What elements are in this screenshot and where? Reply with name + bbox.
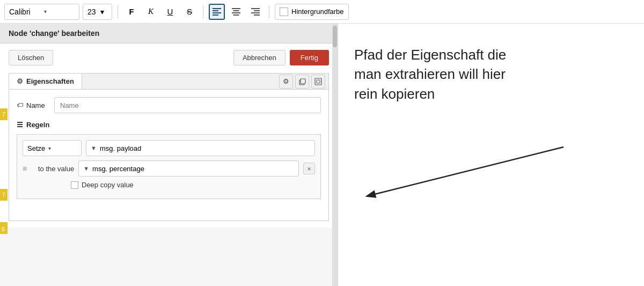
svg-rect-0: [213, 8, 221, 9]
side-marker-2: 7: [0, 189, 8, 201]
right-panel: Pfad der Eigenschaft die man extrahieren…: [338, 24, 644, 286]
expand-icon: [314, 78, 322, 85]
align-right-icon: [251, 8, 260, 16]
button-row: Löschen Abbrechen Fertig: [9, 50, 329, 65]
svg-rect-2: [213, 12, 221, 13]
svg-rect-15: [317, 80, 320, 83]
regeln-label-text: Regeln: [26, 121, 49, 129]
annotation-line1: Pfad der Eigenschaft die: [354, 45, 569, 64]
align-center-button[interactable]: [228, 4, 244, 20]
align-left-icon: [213, 8, 221, 16]
toolbar-separator-1: [118, 5, 118, 18]
svg-rect-7: [233, 14, 239, 16]
panel-header: Node 'change' bearbeiten: [0, 24, 338, 43]
toolbar-separator-2: [203, 5, 203, 18]
deep-copy-row: Deep copy value: [71, 181, 315, 189]
tab-eigenschaften[interactable]: ⚙ Eigenschaften: [9, 74, 82, 89]
msg-percentage-value: msg. percentage: [92, 165, 144, 173]
background-color-button[interactable]: Hintergrundfarbe: [275, 4, 349, 20]
svg-rect-13: [301, 79, 305, 84]
setze-value: Setze: [27, 144, 45, 152]
bottom-spacer: [17, 204, 321, 221]
underline-button[interactable]: U: [162, 4, 178, 20]
regeln-label: ☰ Regeln: [17, 121, 321, 129]
svg-line-16: [370, 147, 564, 195]
tabs-row: ⚙ Eigenschaften ⚙: [9, 73, 329, 89]
name-label: 🏷 Name: [17, 101, 49, 109]
rule-row-2: ≡ to the value ▼ msg. percentage ×: [23, 160, 315, 177]
rule-row-1: Setze ▾ ▼ msg. payload: [23, 140, 315, 156]
abbrechen-button[interactable]: Abbrechen: [233, 50, 286, 65]
tab-eigenschaften-label: Eigenschaften: [26, 77, 74, 85]
left-panel: 7 7 g. Node 'change' bearbeiten Löschen …: [0, 24, 338, 286]
svg-rect-10: [251, 12, 260, 13]
font-size-select[interactable]: 23 ▾: [83, 4, 112, 20]
properties-section: 🏷 Name ☰ Regeln Setze ▾: [9, 89, 329, 221]
msg-payload-arrow: ▼: [91, 145, 97, 151]
setze-chevron: ▾: [48, 145, 51, 151]
side-marker-3: g.: [0, 222, 8, 234]
tab-icon-gear[interactable]: ⚙: [279, 75, 293, 89]
background-color-swatch: [280, 8, 288, 16]
name-label-text: Name: [26, 101, 45, 109]
main-area: 7 7 g. Node 'change' bearbeiten Löschen …: [0, 24, 644, 286]
to-the-value-label: to the value: [31, 165, 74, 173]
svg-rect-5: [233, 10, 239, 11]
font-size-value: 23: [87, 8, 96, 16]
panel-title: Node 'change' bearbeiten: [9, 29, 99, 38]
svg-rect-11: [254, 14, 260, 16]
toolbar: Calibri ▾ 23 ▾ F K U S: [0, 0, 644, 24]
align-center-icon: [232, 8, 240, 16]
setze-select[interactable]: Setze ▾: [23, 140, 82, 156]
drag-handle-icon[interactable]: ≡: [23, 164, 27, 173]
font-name-value: Calibri: [9, 8, 40, 16]
panel-body: Löschen Abbrechen Fertig ⚙ Eigenschaften…: [0, 43, 338, 228]
rules-box: Setze ▾ ▼ msg. payload ≡ to the value: [17, 134, 321, 199]
align-right-button[interactable]: [247, 4, 264, 20]
gear-icon: ⚙: [17, 77, 23, 85]
delete-rule-button[interactable]: ×: [303, 163, 315, 174]
annotation-text: Pfad der Eigenschaft die man extrahieren…: [354, 45, 569, 104]
svg-rect-4: [232, 8, 240, 9]
tab-icons-right: ⚙: [279, 75, 328, 89]
svg-rect-14: [315, 78, 321, 85]
tab-icon-copy[interactable]: [295, 75, 309, 89]
msg-percentage-arrow: ▼: [83, 165, 89, 172]
loeschen-button[interactable]: Löschen: [9, 50, 53, 65]
deep-copy-checkbox[interactable]: [71, 181, 78, 189]
bold-button[interactable]: F: [123, 4, 140, 20]
msg-percentage-select[interactable]: ▼ msg. percentage: [78, 160, 299, 177]
strikethrough-button[interactable]: S: [181, 4, 197, 20]
msg-payload-select[interactable]: ▼ msg. payload: [86, 140, 315, 156]
name-field-row: 🏷 Name: [17, 97, 321, 113]
annotation-line2: man extrahieren will hier: [354, 64, 569, 84]
scroll-thumb: [333, 26, 337, 47]
svg-rect-8: [251, 8, 260, 9]
svg-rect-3: [213, 14, 218, 16]
side-marker-1: 7: [0, 108, 8, 120]
scroll-indicator[interactable]: [332, 24, 338, 286]
list-icon: ☰: [17, 121, 23, 129]
tag-icon: 🏷: [17, 101, 23, 109]
msg-payload-value: msg. payload: [100, 144, 141, 152]
name-input[interactable]: [54, 97, 321, 113]
deep-copy-label: Deep copy value: [82, 181, 134, 189]
fertig-button[interactable]: Fertig: [290, 50, 329, 65]
toolbar-separator-3: [269, 5, 269, 18]
annotation-line3: rein kopieren: [354, 84, 569, 104]
copy-icon: [298, 78, 306, 85]
background-color-label: Hintergrundfarbe: [291, 8, 344, 16]
font-name-chevron: ▾: [44, 9, 75, 14]
font-name-select[interactable]: Calibri ▾: [4, 4, 79, 20]
align-left-button[interactable]: [209, 4, 225, 20]
tab-icon-expand[interactable]: [311, 75, 325, 89]
svg-rect-9: [254, 10, 260, 11]
svg-rect-1: [213, 10, 218, 11]
font-size-chevron: ▾: [100, 8, 104, 16]
italic-button[interactable]: K: [143, 4, 159, 20]
svg-rect-6: [232, 12, 240, 13]
